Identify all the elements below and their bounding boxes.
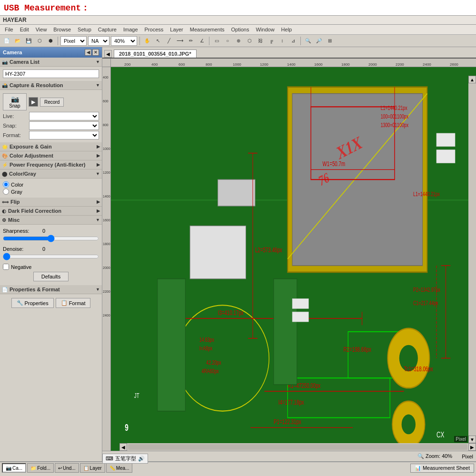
toolbar-measure3[interactable]: ⊿ <box>288 36 298 46</box>
toolbar-copy[interactable]: ⬡ <box>35 36 44 46</box>
na-select[interactable]: NA <box>88 36 109 46</box>
app-bar: HAYEAR <box>0 16 476 25</box>
power-freq-header[interactable]: ⚡ Power Frequency (Anti-flicker) ▶ <box>0 160 102 169</box>
tab-nav-left[interactable]: ◀ <box>104 50 112 58</box>
svg-rect-53 <box>292 312 308 322</box>
main-tab[interactable]: 2018_0101_003554_010.JPG* <box>114 50 197 58</box>
toolbar-pen[interactable]: ✏ <box>186 36 196 46</box>
sharpness-row: Sharpness: 0 <box>3 228 99 234</box>
pixel-select[interactable]: Pixel <box>60 36 87 46</box>
svg-point-11 <box>399 345 418 372</box>
misc-header[interactable]: ⚙ Misc ▼ <box>0 216 102 225</box>
toolbar-poly[interactable]: ⬡ <box>245 36 254 46</box>
menu-item-layer[interactable]: Layer <box>167 26 186 33</box>
taskbar-layer[interactable]: 📋 Layer <box>80 463 105 473</box>
format-button[interactable]: 📋 Format <box>56 298 91 308</box>
power-freq-section: ⚡ Power Frequency (Anti-flicker) ▶ <box>0 160 102 169</box>
panel-close-btn[interactable]: ✕ <box>92 49 99 56</box>
panel-pin-btn[interactable]: ◀ <box>85 49 91 56</box>
toolbar-zoom-in[interactable]: 🔍 <box>303 36 313 46</box>
capture-header[interactable]: 📸 Capture & Resolution ▼ <box>0 81 102 90</box>
menu-item-measurements[interactable]: Measurements <box>187 26 228 33</box>
horizontal-scrollbar[interactable]: ◀ ▶ <box>119 443 476 451</box>
pcb-image[interactable]: X1X 76 <box>111 67 476 451</box>
svg-rect-7 <box>311 107 395 179</box>
toolbar-measure2[interactable]: ↕ <box>278 36 287 46</box>
toolbar-cross[interactable]: ⊕ <box>234 36 243 46</box>
live-select[interactable] <box>29 112 99 120</box>
color-adj-label: Color Adjustment <box>10 153 53 159</box>
toolbar-pan[interactable]: ✋ <box>142 36 152 46</box>
toolbar-new[interactable]: 📄 <box>2 36 11 46</box>
toolbar-line[interactable]: ╱ <box>164 36 174 46</box>
menu-item-edit[interactable]: Edit <box>17 26 32 33</box>
menu-item-setup[interactable]: Setup <box>75 26 94 33</box>
ruler-top-tick-11: 2400 <box>423 62 431 67</box>
menu-item-capture[interactable]: Capture <box>95 26 119 33</box>
scroll-right-btn[interactable]: ▶ <box>468 443 476 451</box>
menu-item-window[interactable]: Window <box>253 26 277 33</box>
status-bar: 4320 × 3240 🔍 Zoom: 40% Pixel <box>102 451 476 461</box>
taskbar-camera[interactable]: 📷 Ca... <box>2 463 26 473</box>
flip-section: ⟺ Flip ▶ <box>0 198 102 207</box>
zoom-select[interactable]: 40% <box>111 36 137 46</box>
snap-label: Snap <box>9 103 20 109</box>
dark-field-header[interactable]: ◐ Dark Field Correction ▶ <box>0 207 102 216</box>
toolbar-arrow[interactable]: ⟶ <box>175 36 185 46</box>
scroll-left-btn[interactable]: ◀ <box>119 443 127 451</box>
toolbar-rect[interactable]: ▭ <box>212 36 221 46</box>
toolbar-cursor[interactable]: ↖ <box>153 36 163 46</box>
toolbar-paste[interactable]: ⬢ <box>46 36 55 46</box>
sharpness-slider[interactable] <box>3 235 99 242</box>
snap-select[interactable] <box>29 121 99 130</box>
menu-item-options[interactable]: Options <box>228 26 252 33</box>
flip-header[interactable]: ⟺ Flip ▶ <box>0 198 102 207</box>
menu-item-file[interactable]: File <box>2 26 16 33</box>
menu-item-process[interactable]: Process <box>142 26 167 33</box>
toolbar-chain[interactable]: ⛓ <box>256 36 265 46</box>
properties-button[interactable]: 🔧 Properties <box>11 298 54 308</box>
menu-item-help[interactable]: Help <box>278 26 295 33</box>
menu-item-browse[interactable]: Browse <box>50 26 74 33</box>
scroll-down-btn[interactable]: ▼ <box>468 436 476 443</box>
vertical-scrollbar[interactable]: ▲ ▼ <box>468 76 476 443</box>
ruler-left-tick-6: 1600 <box>103 218 110 222</box>
gray-radio[interactable] <box>3 188 9 195</box>
toolbar-angle[interactable]: ∠ <box>197 36 207 46</box>
taskbar-measure[interactable]: 📏 Mea... <box>106 463 133 473</box>
toolbar-measure1[interactable]: ╔ <box>267 36 276 46</box>
ruler-left: 4006008001000120014001600180020002200240… <box>102 67 111 451</box>
sharpness-label: Sharpness: <box>3 228 34 234</box>
camera-item-hy2307[interactable]: HY-2307 <box>3 69 99 78</box>
taskbar-undo[interactable]: ↩ Und... <box>55 463 79 473</box>
defaults-button[interactable]: Defaults <box>33 272 69 281</box>
power-freq-label: Power Frequency (Anti-flicker) <box>10 162 86 168</box>
menu-item-view[interactable]: View <box>33 26 50 33</box>
denoise-slider[interactable] <box>3 253 99 260</box>
toolbar-ellipse[interactable]: ○ <box>223 36 232 46</box>
toolbar-open[interactable]: 📂 <box>13 36 22 46</box>
properties-label: Properties & Format <box>10 287 60 292</box>
snap-button[interactable]: 📷 Snap <box>3 93 27 110</box>
color-gray-header[interactable]: ⬤ Color/Gray ▼ <box>0 169 102 178</box>
taskbar-folder[interactable]: 📁 Fold... <box>27 463 54 473</box>
scroll-up-btn[interactable]: ▲ <box>468 76 476 83</box>
exposure-header[interactable]: 🌟 Exposure & Gain ▶ <box>0 142 102 151</box>
play-button[interactable]: ▶ <box>29 97 38 107</box>
color-radio[interactable] <box>3 181 9 188</box>
svg-text:X1X: X1X <box>335 132 363 163</box>
format-select[interactable] <box>29 131 99 139</box>
ruler-left-tick-5: 1400 <box>103 195 110 198</box>
menu-item-image[interactable]: Image <box>120 26 141 33</box>
h-scroll-thumb[interactable] <box>128 444 467 450</box>
negative-checkbox[interactable] <box>3 264 9 270</box>
camera-list-header[interactable]: 📷 Camera List ▼ <box>0 58 102 67</box>
ruler-left-tick-9: 2200 <box>103 290 110 293</box>
properties-header[interactable]: 📄 Properties & Format ▼ <box>0 285 102 294</box>
measurement-sheet-tab[interactable]: 📊 Measurement Sheet <box>410 464 474 473</box>
toolbar-zoom-out[interactable]: 🔎 <box>314 36 324 46</box>
toolbar-save[interactable]: 💾 <box>24 36 33 46</box>
record-button[interactable]: Record <box>40 98 64 107</box>
toolbar-fit[interactable]: ⊞ <box>325 36 335 46</box>
color-adj-header[interactable]: 🎨 Color Adjustment ▶ <box>0 151 102 160</box>
